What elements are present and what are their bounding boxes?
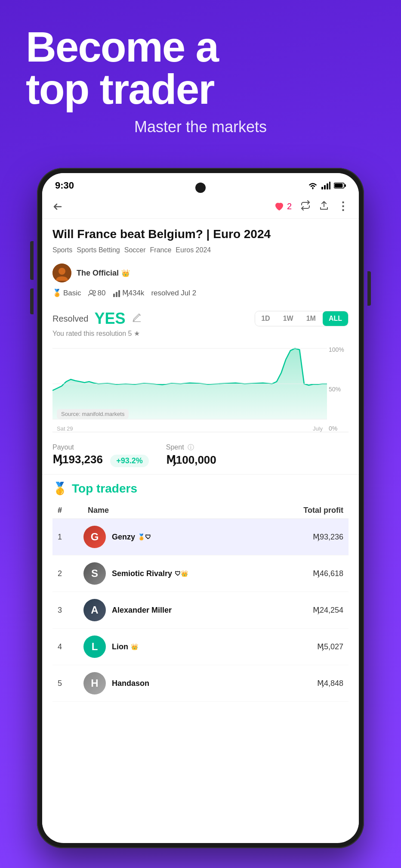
svg-rect-13	[118, 290, 120, 297]
payout-item: Payout Ӎ193,236 +93.2%	[52, 443, 149, 467]
tier-icon: 🏅	[52, 288, 62, 298]
volume-icon	[113, 289, 120, 297]
svg-point-10	[93, 291, 96, 293]
svg-rect-1	[324, 185, 326, 189]
trader-badges: 🏅🛡	[138, 533, 151, 540]
trader-row[interactable]: 1 G Genzy 🏅🛡 Ӎ93,236	[52, 519, 349, 555]
trader-row[interactable]: 2 S Semiotic Rivalry 🛡👑 Ӎ46,618	[52, 555, 349, 592]
meta-followers: 80	[88, 289, 106, 298]
camera-notch	[195, 183, 206, 193]
time-filters: 1D 1W 1M ALL	[255, 311, 349, 326]
edit-icon-button[interactable]	[131, 312, 142, 325]
trader-profit: Ӎ4,848	[275, 679, 343, 688]
trader-avatar: S	[83, 562, 106, 585]
hero-section: Become a top trader Master the markets	[26, 26, 375, 136]
svg-rect-2	[327, 183, 328, 189]
y-label-100: 100%	[329, 346, 347, 353]
author-avatar-img	[52, 264, 71, 282]
filter-1w[interactable]: 1W	[277, 311, 299, 326]
filter-1m[interactable]: 1M	[300, 311, 322, 326]
filter-1d[interactable]: 1D	[255, 311, 276, 326]
y-label-0: 0%	[329, 425, 347, 432]
spent-value: Ӎ100,000	[166, 453, 216, 467]
status-icons	[308, 182, 346, 189]
tag-sports[interactable]: Sports	[52, 246, 72, 254]
svg-rect-6	[345, 184, 346, 187]
content-area: 2	[42, 195, 359, 840]
filter-all[interactable]: ALL	[323, 311, 348, 326]
share-button[interactable]	[319, 200, 329, 213]
heart-icon	[274, 202, 284, 211]
trader-badges: 👑	[131, 643, 138, 650]
spent-info-icon: ⓘ	[188, 443, 194, 451]
col-rank-header: #	[58, 506, 79, 515]
trader-name: Lion 👑	[112, 642, 138, 651]
trader-name-area: L Lion 👑	[79, 636, 275, 658]
payout-badge: +93.2%	[110, 455, 149, 467]
tag-betting[interactable]: Sports Betting	[77, 246, 120, 254]
more-button[interactable]: ⋮	[337, 200, 349, 213]
vol-down-btn	[30, 288, 34, 314]
trader-profit: Ӎ5,027	[275, 642, 343, 651]
power-btn	[367, 271, 371, 306]
like-count: 2	[287, 202, 292, 211]
author-avatar	[52, 264, 71, 282]
back-button[interactable]	[52, 202, 63, 212]
trader-avatar-img: A	[83, 599, 106, 621]
repost-button[interactable]	[300, 200, 311, 213]
trader-name-area: A Alexander Miller	[79, 599, 275, 621]
svg-rect-5	[335, 184, 343, 188]
tag-euros[interactable]: Euros 2024	[176, 246, 211, 254]
tag-soccer[interactable]: Soccer	[124, 246, 146, 254]
trader-avatar: H	[83, 672, 106, 694]
svg-point-8	[59, 268, 65, 275]
trader-name-area: S Semiotic Rivalry 🛡👑	[79, 562, 275, 585]
article-title: Will France beat Belgium? | Euro 2024	[42, 219, 359, 246]
author-info: The Official 👑	[77, 269, 130, 278]
traders-header: 🥇 Top traders	[52, 481, 349, 496]
x-label-july: July	[313, 425, 323, 432]
trader-rank: 4	[58, 642, 79, 651]
svg-point-9	[89, 290, 93, 294]
trader-rank: 5	[58, 679, 79, 688]
tag-france[interactable]: France	[150, 246, 172, 254]
traders-table-header: # Name Total profit	[52, 502, 349, 519]
author-crown-icon: 👑	[121, 269, 130, 277]
chart-x-labels: Sat 29 July	[52, 425, 327, 432]
trader-rank: 1	[58, 533, 79, 542]
trader-row[interactable]: 3 A Alexander Miller Ӎ24,254	[52, 592, 349, 629]
trader-badges: 🛡👑	[175, 570, 188, 577]
col-profit-header: Total profit	[275, 506, 343, 515]
spent-label: Spent ⓘ	[166, 443, 216, 452]
like-button[interactable]: 2	[274, 202, 292, 211]
back-arrow-icon	[52, 202, 63, 212]
x-label-sat: Sat 29	[57, 425, 73, 432]
resolved-status: Resolved YES	[52, 310, 142, 328]
author-row: The Official 👑	[42, 260, 359, 286]
trader-rank: 3	[58, 606, 79, 615]
trader-name: Alexander Miller	[112, 606, 172, 615]
chart-y-labels: 100% 50% 0%	[327, 346, 349, 432]
trader-avatar: G	[83, 526, 106, 548]
status-bar: 9:30	[42, 173, 359, 195]
top-bar-actions: 2	[274, 200, 349, 213]
trader-profit: Ӎ46,618	[275, 569, 343, 578]
trader-row[interactable]: 5 H Handason Ӎ4,848	[52, 665, 349, 702]
payout-value: Ӎ193,236 +93.2%	[52, 453, 149, 467]
trader-profit: Ӎ24,254	[275, 605, 343, 615]
trader-avatar: A	[83, 599, 106, 621]
repost-icon	[300, 200, 311, 211]
trader-name: Semiotic Rivalry 🛡👑	[112, 569, 188, 578]
trader-profit: Ӎ93,236	[275, 532, 343, 542]
trader-avatar-img: G	[83, 526, 106, 548]
traders-section: 🥇 Top traders # Name Total profit 1 G	[42, 474, 359, 705]
top-bar: 2	[42, 195, 359, 219]
hero-title: Become a top trader	[26, 26, 375, 110]
wifi-icon	[308, 182, 318, 189]
rating-row: You rated this resolution 5 ★	[52, 328, 349, 339]
trader-row[interactable]: 4 L Lion 👑 Ӎ5,027	[52, 629, 349, 665]
svg-rect-0	[321, 187, 323, 189]
col-name-header: Name	[79, 506, 275, 515]
trader-name: Handason	[112, 679, 149, 688]
traders-list: 1 G Genzy 🏅🛡 Ӎ93,236 2 S Semiotic Rivalr…	[52, 519, 349, 702]
